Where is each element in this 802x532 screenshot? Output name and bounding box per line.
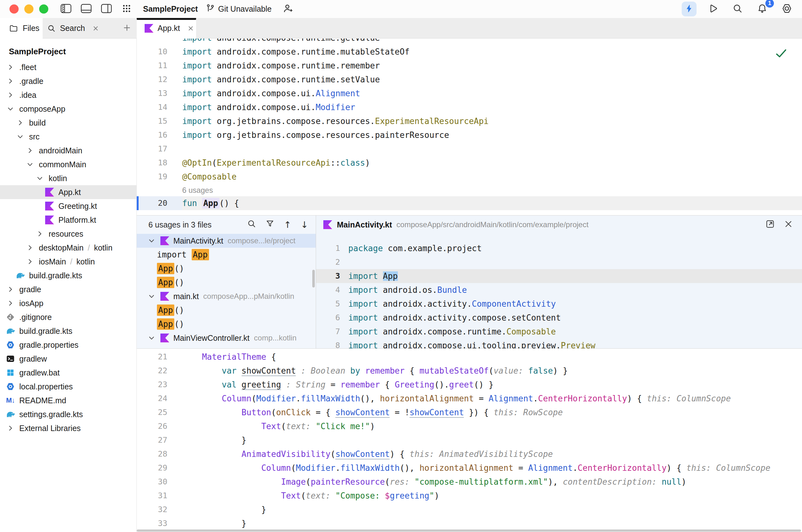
usage-row[interactable]: import App (137, 248, 316, 262)
tree-item-kotlin[interactable]: kotlin (0, 171, 136, 185)
code-line[interactable]: 28 AnimatedVisibility(showContent) { thi… (137, 447, 802, 461)
usage-group-mainactivity-kt[interactable]: MainActivity.ktcompose...le/project (137, 234, 316, 248)
code-line[interactable]: 17 (137, 142, 802, 156)
close-window-button[interactable] (10, 4, 19, 14)
tree-item-readme-md[interactable]: M↓README.md (0, 394, 136, 407)
tree-item-local-properties[interactable]: local.properties (0, 380, 136, 394)
chevron-right-icon[interactable] (25, 257, 35, 266)
chevron-down-icon[interactable] (25, 160, 35, 169)
code-line[interactable]: 15import org.jetbrains.compose.resources… (137, 114, 802, 128)
editor-app-kt-continued[interactable]: 21 MaterialTheme {22 var showContent : B… (137, 349, 802, 532)
tree-item-iosapp[interactable]: iosApp (0, 296, 136, 310)
minimize-window-button[interactable] (24, 4, 34, 14)
tree-item-androidmain[interactable]: androidMain (0, 144, 136, 157)
code-line[interactable]: 3import App (316, 269, 802, 283)
tree-item-resources[interactable]: resources (0, 227, 136, 241)
code-line[interactable]: 30 Image(painterResource(res: "compose-m… (137, 475, 802, 489)
tree-item-commonmain[interactable]: commonMain (0, 157, 136, 171)
code-line[interactable]: 1package com.example.project (316, 241, 802, 255)
code-line[interactable]: 2 (316, 255, 802, 269)
toggle-bottom-panel-button[interactable] (78, 2, 94, 16)
code-line[interactable]: 10import androidx.compose.runtime.mutabl… (137, 45, 802, 59)
tree-item-gradle[interactable]: gradle (0, 282, 136, 296)
chevron-right-icon[interactable] (6, 299, 15, 308)
code-line[interactable]: 32 } (137, 503, 802, 516)
chevron-down-icon[interactable] (147, 333, 156, 343)
chevron-right-icon[interactable] (6, 423, 15, 433)
chevron-down-icon[interactable] (147, 236, 156, 246)
git-status[interactable]: Git Unavailable (205, 3, 272, 15)
search-everywhere-button[interactable] (729, 2, 746, 16)
tree-item-app-kt[interactable]: App.kt (0, 185, 136, 199)
inline-usages-hint[interactable]: 6 usages (182, 184, 802, 196)
tree-item-iosmain[interactable]: iosMain / kotlin (0, 255, 136, 268)
code-line[interactable]: 21 MaterialTheme { (137, 350, 802, 364)
tree-item-build-gradle-kts[interactable]: build.gradle.kts (0, 268, 136, 282)
invite-collaborator-button[interactable] (280, 2, 296, 16)
add-tab-button[interactable] (120, 18, 134, 38)
code-line[interactable]: 16import org.jetbrains.compose.resources… (137, 128, 802, 142)
code-line[interactable]: 4import android.os.Bundle (316, 283, 802, 297)
settings-button[interactable] (779, 2, 795, 16)
notifications-button[interactable]: 1 (754, 2, 770, 16)
open-in-editor-icon[interactable] (765, 219, 775, 230)
project-root-label[interactable]: SampleProject (9, 47, 136, 56)
code-line[interactable]: 24 Column(Modifier.fillMaxWidth(), horiz… (137, 392, 802, 405)
code-line[interactable]: 7import androidx.compose.runtime.Composa… (316, 325, 802, 339)
tree-item-src[interactable]: src (0, 130, 136, 144)
tree-item-external-libraries[interactable]: External Libraries (0, 421, 136, 435)
code-line[interactable]: 19@Composable (137, 170, 802, 184)
close-icon[interactable] (784, 219, 793, 230)
usage-row[interactable]: App() (137, 262, 316, 276)
preview-code[interactable]: 1package com.example.project23import App… (316, 234, 802, 348)
tree-item-gradlew-bat[interactable]: gradlew.bat (0, 366, 136, 380)
tree-item-gradlew[interactable]: gradlew (0, 352, 136, 366)
code-line[interactable]: 23 val greeting : String = remember { Gr… (137, 378, 802, 392)
chevron-down-icon[interactable] (6, 104, 15, 114)
tree-item-gradle-properties[interactable]: gradle.properties (0, 338, 136, 352)
tab-search[interactable]: Search (47, 18, 105, 38)
chevron-right-icon[interactable] (6, 76, 15, 86)
chevron-right-icon[interactable] (25, 146, 35, 155)
toggle-right-panel-button[interactable] (98, 2, 115, 16)
code-line[interactable]: 27 } (137, 433, 802, 447)
search-icon[interactable] (247, 219, 256, 230)
chevron-down-icon[interactable] (35, 174, 44, 183)
tree-item-settings-gradle-kts[interactable]: settings.gradle.kts (0, 407, 136, 421)
toggle-left-panel-button[interactable] (58, 2, 74, 16)
chevron-right-icon[interactable] (16, 118, 25, 128)
previous-occurrence-icon[interactable]: ↑ (284, 220, 291, 230)
tree-item-composeapp[interactable]: composeApp (0, 102, 136, 116)
chevron-down-icon[interactable] (16, 132, 25, 141)
tree-item-desktopmain[interactable]: desktopMain / kotlin (0, 241, 136, 255)
close-icon[interactable] (187, 25, 195, 32)
editor-app-kt[interactable]: import androidx.compose.runtime.getValue… (137, 38, 802, 215)
tree-item-build-gradle-kts[interactable]: build.gradle.kts (0, 324, 136, 338)
filter-icon[interactable] (266, 219, 274, 230)
code-line[interactable]: 26 Text(text: "Click me!") (137, 419, 802, 433)
code-line[interactable]: 11import androidx.compose.runtime.rememb… (137, 59, 802, 73)
tree-item-gitignore[interactable]: .gitignore (0, 310, 136, 324)
code-line[interactable]: 8import androidx.compose.ui.tooling.prev… (316, 339, 802, 348)
tree-item-fleet[interactable]: .fleet (0, 60, 136, 74)
tab-app-kt[interactable]: App.kt (137, 18, 196, 38)
run-button[interactable] (705, 2, 721, 16)
horizontal-scrollbar[interactable] (137, 530, 801, 532)
code-line[interactable]: 18@OptIn(ExperimentalResourceApi::class) (137, 156, 802, 170)
tree-item-greeting-kt[interactable]: Greeting.kt (0, 199, 136, 213)
usage-row[interactable]: App() (137, 317, 316, 331)
fullscreen-window-button[interactable] (39, 4, 48, 14)
chevron-right-icon[interactable] (6, 62, 15, 72)
code-line[interactable]: 6import androidx.activity.compose.setCon… (316, 311, 802, 325)
chevron-right-icon[interactable] (35, 229, 44, 239)
chevron-right-icon[interactable] (6, 285, 15, 294)
code-line[interactable]: 20fun App() { (137, 196, 802, 210)
usage-group-mainviewcontroller-kt[interactable]: MainViewController.ktcomp...kotlin (137, 331, 316, 345)
usage-row[interactable]: App() (137, 303, 316, 317)
code-line[interactable]: 25 Button(onClick = { showContent = !sho… (137, 405, 802, 419)
usages-scrollbar-thumb[interactable] (312, 270, 315, 287)
chevron-right-icon[interactable] (25, 243, 35, 252)
tree-item-gradle[interactable]: .gradle (0, 74, 136, 88)
project-title[interactable]: SampleProject (143, 4, 198, 14)
next-occurrence-icon[interactable]: ↓ (301, 220, 308, 230)
